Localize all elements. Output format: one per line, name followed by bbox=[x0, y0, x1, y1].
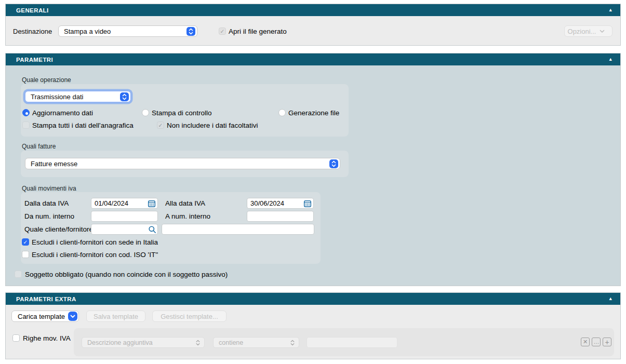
collapse-icon[interactable]: ▲ bbox=[608, 8, 613, 12]
check-icon: ✓ bbox=[220, 29, 225, 34]
panel-generali: GENERALI ▲ Destinazione Stampa a video ✓… bbox=[5, 4, 621, 46]
stampa-tutti-checkbox: ✓ bbox=[22, 122, 30, 129]
carica-template-label: Carica template bbox=[18, 313, 65, 320]
select-stepper-icon bbox=[329, 159, 338, 168]
cliente-nome-input[interactable] bbox=[162, 224, 314, 235]
stampa-tutti-label: Stampa tutti i dati dell'anagrafica bbox=[32, 122, 134, 129]
panel-parametri-body: Quale operazione Trasmissione dati Aggio… bbox=[6, 65, 620, 286]
a-num-input[interactable] bbox=[247, 211, 314, 222]
operazione-select[interactable]: Trasmissione dati bbox=[25, 91, 131, 102]
carica-template-button[interactable]: Carica template bbox=[11, 311, 79, 322]
non-includere-checkbox: ✓ bbox=[157, 122, 164, 129]
apri-file-label: Apri il file generato bbox=[229, 28, 287, 35]
panel-parametri-extra: PARAMETRI EXTRA ▲ Carica template Salva … bbox=[5, 292, 621, 359]
cliente-fornitore-label: Quale cliente/fornitore bbox=[24, 225, 93, 233]
quali-fatture-group: Fatture emesse bbox=[21, 151, 349, 177]
salva-template-button: Salva template bbox=[86, 311, 145, 322]
opzioni-button: Opzioni... bbox=[564, 25, 612, 37]
escludi-iso-checkbox[interactable]: ✓ bbox=[22, 251, 29, 258]
dalla-data-input[interactable] bbox=[91, 198, 158, 209]
panel-generali-title: GENERALI bbox=[16, 7, 49, 14]
panel-generali-header[interactable]: GENERALI ▲ bbox=[6, 4, 620, 16]
more-options-button[interactable]: … bbox=[592, 338, 601, 346]
da-num-input[interactable] bbox=[91, 211, 158, 222]
fatture-select-value: Fatture emesse bbox=[31, 160, 77, 168]
select-stepper-icon bbox=[196, 340, 200, 346]
da-num-label: Da num. interno bbox=[24, 212, 74, 220]
report-dialog: GENERALI ▲ Destinazione Stampa a video ✓… bbox=[0, 0, 626, 364]
collapse-icon[interactable]: ▲ bbox=[608, 296, 613, 301]
radio-stampa-controllo-label[interactable]: Stampa di controllo bbox=[152, 109, 212, 117]
panel-parametri-title: PARAMETRI bbox=[16, 57, 53, 63]
soggetto-obbligato-checkbox: ✓ bbox=[15, 271, 22, 278]
panel-parametri-extra-header[interactable]: PARAMETRI EXTRA ▲ bbox=[6, 293, 620, 305]
select-stepper-icon bbox=[187, 27, 195, 36]
escludi-sede-checkbox[interactable]: ✓ bbox=[22, 238, 29, 246]
radio-generazione-file[interactable] bbox=[278, 109, 286, 116]
a-num-label: A num. interno bbox=[165, 212, 210, 220]
destinazione-label: Destinazione bbox=[13, 28, 52, 35]
destinazione-select[interactable]: Stampa a video bbox=[58, 25, 197, 37]
radio-aggiornamento-dati[interactable] bbox=[22, 109, 30, 116]
alla-data-label: Alla data IVA bbox=[165, 199, 205, 207]
escludi-iso-label[interactable]: Escludi i clienti-fornitori con cod. ISO… bbox=[32, 251, 158, 259]
add-row-button[interactable]: + bbox=[603, 338, 611, 346]
non-includere-label: Non includere i dati facoltativi bbox=[167, 122, 258, 129]
cliente-codice-input[interactable] bbox=[91, 224, 158, 235]
operazione-select-value: Trasmissione dati bbox=[31, 93, 83, 101]
gestisci-template-label: Gestisci template... bbox=[161, 313, 218, 320]
collapse-icon[interactable]: ▲ bbox=[608, 57, 613, 62]
gestisci-template-button: Gestisci template... bbox=[152, 311, 227, 322]
filtro-campo-select: Descrizione aggiuntiva bbox=[82, 337, 205, 348]
panel-parametri: PARAMETRI ▲ Quale operazione Trasmission… bbox=[5, 53, 621, 286]
select-stepper-icon bbox=[290, 340, 295, 346]
filtro-operatore-value: contiene bbox=[219, 339, 243, 346]
select-stepper-icon bbox=[120, 92, 129, 101]
radio-stampa-controllo[interactable] bbox=[142, 109, 149, 116]
chevron-down-icon bbox=[68, 312, 77, 321]
righe-filter-group: Descrizione aggiuntiva contiene ✕ … + bbox=[74, 328, 614, 356]
fatture-select[interactable]: Fatture emesse bbox=[25, 158, 340, 169]
filtro-operatore-select: contiene bbox=[213, 337, 299, 348]
apri-file-checkbox: ✓ bbox=[219, 28, 226, 35]
righe-mov-iva-label[interactable]: Righe mov. IVA bbox=[23, 334, 71, 342]
panel-parametri-header[interactable]: PARAMETRI ▲ bbox=[6, 53, 620, 65]
dalla-data-label: Dalla data IVA bbox=[24, 199, 69, 207]
escludi-sede-label[interactable]: Escludi i clienti-fornitori con sede in … bbox=[32, 238, 158, 246]
check-icon: ✓ bbox=[23, 239, 28, 245]
quale-operazione-label: Quale operazione bbox=[22, 76, 71, 84]
panel-parametri-extra-title: PARAMETRI EXTRA bbox=[16, 296, 76, 302]
check-icon: ✓ bbox=[158, 123, 163, 128]
remove-row-button[interactable]: ✕ bbox=[581, 338, 590, 346]
chevron-down-icon bbox=[600, 30, 605, 33]
filtro-valore-input bbox=[307, 337, 397, 348]
quali-movimenti-group: Dalla data IVA Alla data IVA Da num. int… bbox=[21, 192, 321, 264]
opzioni-button-label: Opzioni... bbox=[568, 28, 596, 35]
salva-template-label: Salva template bbox=[94, 313, 138, 320]
soggetto-obbligato-label: Soggetto obbligato (quando non coincide … bbox=[25, 271, 228, 278]
righe-mov-iva-checkbox[interactable]: ✓ bbox=[12, 334, 20, 342]
filtro-campo-value: Descrizione aggiuntiva bbox=[87, 339, 153, 346]
quali-movimenti-label: Quali movimenti iva bbox=[22, 185, 76, 192]
destinazione-select-value: Stampa a video bbox=[64, 28, 111, 35]
radio-generazione-file-label[interactable]: Generazione file bbox=[288, 109, 339, 117]
quale-operazione-group: Trasmissione dati Aggiornamento dati Sta… bbox=[21, 84, 349, 137]
radio-aggiornamento-dati-label[interactable]: Aggiornamento dati bbox=[32, 109, 93, 117]
alla-data-input[interactable] bbox=[247, 198, 314, 209]
quali-fatture-label: Quali fatture bbox=[22, 143, 56, 150]
